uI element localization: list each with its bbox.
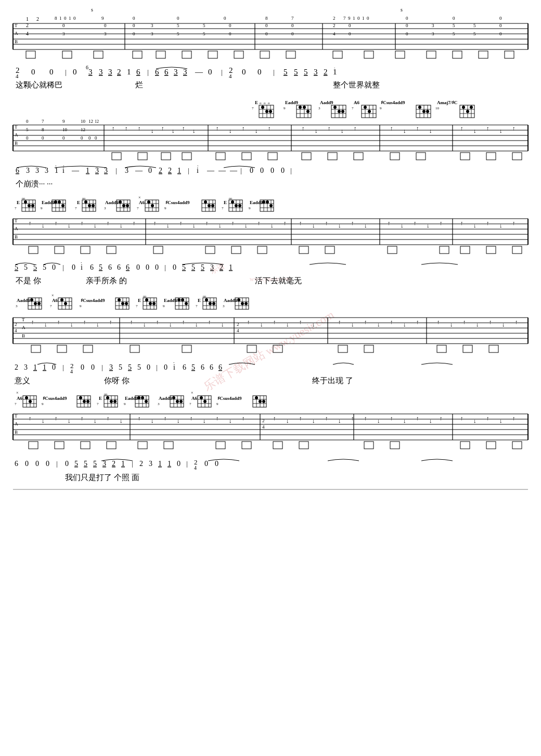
svg-text:6: 6 (15, 460, 18, 468)
svg-text:—: — (135, 167, 143, 174)
svg-point-685 (83, 400, 86, 403)
svg-text:12: 12 (95, 119, 99, 124)
svg-text:0: 0 (81, 135, 83, 141)
svg-text:5: 5 (453, 23, 455, 28)
svg-text:8: 8 (55, 16, 57, 21)
svg-text:10: 10 (81, 119, 86, 124)
svg-text:1: 1 (158, 460, 162, 468)
svg-text:↓: ↓ (351, 321, 354, 327)
svg-text:5: 5 (191, 363, 195, 371)
svg-text:7: 7 (42, 119, 44, 124)
svg-text:↓: ↓ (286, 321, 289, 327)
svg-point-730 (200, 396, 203, 399)
svg-point-137 (261, 106, 264, 109)
svg-text:5: 5 (203, 31, 205, 36)
svg-text:↑: ↑ (29, 220, 32, 226)
svg-text:·: · (128, 67, 130, 72)
svg-text:↓: ↓ (172, 128, 175, 134)
svg-text:1: 1 (362, 16, 365, 21)
svg-text:0: 0 (62, 23, 65, 28)
svg-point-684 (79, 396, 82, 399)
svg-text:7: 7 (15, 402, 17, 406)
svg-point-393 (262, 200, 265, 204)
svg-text:↑: ↑ (489, 319, 492, 325)
svg-text:1: 1 (86, 167, 89, 174)
svg-text:|: | (132, 460, 133, 468)
svg-text:T: T (15, 124, 18, 130)
svg-text:9: 9 (163, 304, 165, 308)
svg-text:0: 0 (499, 31, 502, 36)
svg-point-513 (64, 302, 67, 305)
svg-text:4: 4 (229, 73, 232, 79)
svg-text:↑: ↑ (440, 415, 443, 421)
svg-text:A: A (15, 31, 18, 36)
svg-text:0: 0 (291, 31, 294, 36)
svg-text:终于出现  了: 终于出现 了 (312, 376, 353, 385)
svg-text:2: 2 (324, 68, 328, 76)
svg-text:↓: ↓ (203, 418, 206, 424)
svg-text:♯Csus4add9: ♯Csus4add9 (381, 100, 405, 105)
svg-text:↑: ↑ (29, 415, 32, 421)
svg-text:↓: ↓ (403, 128, 406, 134)
svg-text:↓: ↓ (229, 418, 232, 424)
svg-point-195 (462, 106, 465, 109)
svg-text:↑: ↑ (138, 415, 141, 421)
svg-point-185 (422, 110, 426, 113)
svg-text:—: — (71, 167, 80, 174)
svg-point-524 (125, 302, 128, 305)
svg-text:3: 3 (88, 68, 93, 76)
svg-text:↓: ↓ (377, 418, 380, 424)
svg-text:↓: ↓ (218, 222, 222, 229)
svg-text:A: A (15, 132, 18, 137)
svg-text:5: 5 (128, 363, 132, 371)
svg-text:|: | (147, 68, 149, 76)
svg-text:0: 0 (177, 16, 179, 21)
svg-text:T: T (15, 23, 18, 28)
svg-text:↑: ↑ (107, 415, 110, 421)
svg-point-139 (269, 110, 272, 113)
svg-text:6: 6 (108, 263, 112, 271)
svg-point-327 (61, 204, 65, 207)
svg-text:↓: ↓ (377, 321, 380, 327)
svg-text:↓: ↓ (229, 128, 232, 134)
svg-text:T: T (15, 413, 18, 419)
svg-point-558 (212, 302, 215, 305)
svg-text:不是  你: 不是 你 (16, 276, 41, 285)
svg-point-570 (244, 302, 248, 305)
svg-point-523 (121, 302, 124, 305)
svg-text:9: 9 (380, 106, 382, 110)
svg-text:↓: ↓ (429, 128, 432, 134)
svg-text:↑: ↑ (216, 415, 219, 421)
svg-text:0: 0 (229, 31, 231, 36)
svg-text:↑: ↑ (460, 415, 463, 421)
svg-text:1: 1 (229, 263, 233, 271)
svg-point-326 (58, 200, 61, 204)
svg-point-545 (177, 298, 181, 301)
svg-text:↑: ↑ (164, 415, 167, 421)
svg-text:1: 1 (43, 363, 46, 371)
svg-text:0: 0 (26, 119, 29, 124)
svg-text:↑: ↑ (416, 125, 419, 131)
svg-text:↑: ↑ (273, 319, 276, 325)
svg-text:5: 5 (473, 31, 476, 36)
svg-text:|: | (290, 167, 292, 174)
svg-text:↓: ↓ (499, 418, 503, 424)
svg-point-718 (172, 396, 175, 399)
svg-text:7: 7 (75, 206, 77, 210)
svg-text:↑: ↑ (231, 220, 235, 226)
svg-text:3: 3 (151, 31, 153, 36)
svg-text:↑: ↑ (351, 415, 354, 421)
svg-point-153 (306, 110, 310, 113)
svg-text:↓: ↓ (96, 321, 99, 327)
svg-text:9: 9 (284, 106, 286, 110)
svg-text:3: 3 (35, 167, 39, 174)
svg-point-533 (145, 298, 148, 301)
svg-text:Amaj7/♯C: Amaj7/♯C (437, 100, 457, 105)
svg-text:↑: ↑ (414, 220, 417, 226)
svg-text:×: × (191, 390, 194, 395)
svg-text:↓: ↓ (403, 321, 406, 327)
svg-text:0: 0 (73, 68, 77, 76)
svg-text:3: 3 (102, 460, 106, 468)
svg-text:A: A (15, 226, 18, 231)
svg-point-337 (88, 204, 91, 207)
